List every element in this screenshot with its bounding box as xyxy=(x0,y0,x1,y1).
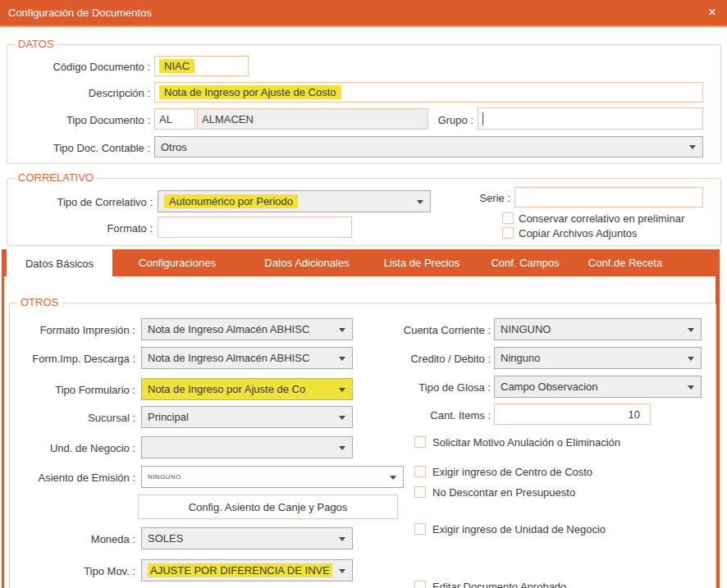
moneda-value: SOLES xyxy=(148,532,183,545)
tipo-formulario-label: Tipo Formulario : xyxy=(4,384,135,396)
form-imp-descarga-dropdown[interactable]: Nota de Ingreso Almacén ABHISC xyxy=(141,347,353,369)
form-imp-descarga-value: Nota de Ingreso Almacén ABHISC xyxy=(148,352,309,364)
asiento-emision-dropdown[interactable]: NINGUNO xyxy=(141,466,404,488)
chevron-down-icon xyxy=(339,569,345,573)
cuenta-corriente-dropdown[interactable]: NINGUNO xyxy=(494,318,702,340)
no-descontar-presupuesto-checkbox[interactable] xyxy=(414,486,426,498)
tipo-mov-value: AJUSTE POR DIFERENCIA DE INVE xyxy=(148,563,332,577)
descripcion-field[interactable]: Nota de Ingreso por Ajuste de Costo xyxy=(154,82,703,103)
chevron-down-icon xyxy=(689,145,696,149)
serie-label: Serie : xyxy=(443,192,510,204)
tipo-doc-contable-dropdown[interactable]: Otros xyxy=(154,136,703,157)
cuenta-corriente-value: NINGUNO xyxy=(501,323,551,335)
tab-datos-adicionales[interactable]: Datos Adicionales xyxy=(249,249,364,276)
tipo-documento-name-value: ALMACEN xyxy=(202,113,254,125)
credito-debito-value: Ninguno xyxy=(501,352,540,364)
und-negocio-label: Und. de Negocio : xyxy=(4,442,135,454)
chevron-down-icon xyxy=(688,357,694,361)
tipo-doc-contable-value: Otros xyxy=(161,141,187,153)
otros-legend: OTROS xyxy=(17,296,62,308)
codigo-documento-label: Código Documento : xyxy=(11,61,150,73)
tipo-documento-label: Tipo Documento : xyxy=(11,114,150,126)
formato-label: Formato : xyxy=(5,222,153,235)
codigo-documento-value: NIAC xyxy=(159,59,194,73)
sucursal-dropdown[interactable]: Principal xyxy=(141,406,353,428)
tab-configuraciones[interactable]: Configuraciones xyxy=(120,249,235,276)
editar-documento-aprobado-checkbox[interactable] xyxy=(414,581,426,588)
formato-field[interactable] xyxy=(158,217,352,238)
copiar-adjuntos-checkbox[interactable] xyxy=(502,227,514,239)
formato-impresion-label: Formato Impresión : xyxy=(4,324,135,336)
chevron-down-icon xyxy=(339,416,345,420)
moneda-label: Moneda : xyxy=(4,533,135,545)
chevron-down-icon xyxy=(339,537,345,541)
sucursal-value: Principal xyxy=(148,411,189,423)
tab-lista-de-precios[interactable]: Lista de Precios xyxy=(364,249,479,276)
close-icon[interactable]: × xyxy=(708,4,716,21)
tipo-documento-code-field[interactable]: AL xyxy=(154,108,195,130)
exigir-centro-costo-checkbox[interactable] xyxy=(414,466,426,477)
formato-impresion-value: Nota de Ingreso Almacén ABHISC xyxy=(148,323,309,335)
tipo-formulario-dropdown[interactable]: Nota de Ingreso por Ajuste de Co xyxy=(141,378,353,400)
title-bar: Configuración de Documentos xyxy=(0,0,727,27)
tipo-formulario-value: Nota de Ingreso por Ajuste de Co xyxy=(148,383,305,395)
credito-debito-dropdown[interactable]: Ninguno xyxy=(494,347,702,369)
chevron-down-icon xyxy=(339,357,345,361)
tab-conf-campos[interactable]: Conf. Campos xyxy=(468,249,583,276)
tipo-correlativo-label: Tipo de Correlativo : xyxy=(5,196,153,208)
conservar-correlativo-label: Conservar correlativo en preliminar xyxy=(519,212,684,225)
tipo-documento-name-field: ALMACEN xyxy=(197,108,428,130)
cuenta-corriente-label: Cuenta Corriente : xyxy=(359,324,491,336)
copiar-adjuntos-label: Copiar Archivos Adjuntos xyxy=(519,227,638,239)
sucursal-label: Sucursal : xyxy=(4,412,135,424)
asiento-emision-label: Asiento de Emisión : xyxy=(4,472,135,484)
cant-items-label: Cant. Items : xyxy=(359,409,491,422)
descripcion-value: Nota de Ingreso por Ajuste de Costo xyxy=(159,85,341,99)
cant-items-value: 10 xyxy=(629,408,640,421)
chevron-down-icon xyxy=(688,328,694,332)
codigo-documento-field[interactable]: NIAC xyxy=(154,56,249,76)
datos-legend: DATOS xyxy=(15,38,57,50)
chevron-down-icon xyxy=(339,328,345,332)
solicitar-motivo-checkbox[interactable] xyxy=(414,436,426,448)
exigir-unidad-negocio-label: Exigir ingreso de Unidad de Negocio xyxy=(432,523,606,536)
chevron-down-icon xyxy=(390,476,396,480)
tipo-glosa-dropdown[interactable]: Campo Observacion xyxy=(494,376,702,398)
editar-documento-aprobado-label: Editar Documento Aprobado xyxy=(432,581,566,588)
tab-conf-de-receta[interactable]: Conf.de Receta xyxy=(568,249,683,276)
und-negocio-dropdown[interactable] xyxy=(141,436,353,458)
correlativo-legend: CORRELATIVO xyxy=(15,171,97,184)
grupo-field[interactable] xyxy=(478,107,703,130)
config-asiento-canje-pagos-button[interactable]: Config. Asiento de Canje y Pagos xyxy=(138,495,398,519)
exigir-unidad-negocio-checkbox[interactable] xyxy=(414,523,426,535)
tipo-doc-contable-label: Tipo Doc. Contable : xyxy=(11,142,150,154)
credito-debito-label: Credito / Debito : xyxy=(359,353,491,365)
asiento-emision-value: NINGUNO xyxy=(148,473,181,481)
serie-field[interactable] xyxy=(514,187,703,207)
chevron-down-icon xyxy=(688,385,694,390)
solicitar-motivo-label: Solicitar Motivo Anulación o Eliminación xyxy=(432,436,620,449)
exigir-centro-costo-label: Exigir ingreso de Centro de Costo xyxy=(432,466,592,478)
dialog-title: Configuración de Documentos xyxy=(0,7,152,19)
chevron-down-icon xyxy=(339,446,345,450)
tipo-mov-label: Tipo Mov. : xyxy=(4,565,135,577)
chevron-down-icon xyxy=(417,200,423,204)
tab-datos-basicos[interactable]: Datos Básicos xyxy=(7,249,112,278)
tipo-glosa-label: Tipo de Glosa : xyxy=(359,381,491,394)
tipo-documento-code-value: AL xyxy=(159,113,172,125)
text-cursor xyxy=(482,112,483,125)
document-config-dialog: Configuración de Documentos × DATOS Códi… xyxy=(0,0,727,588)
moneda-dropdown[interactable]: SOLES xyxy=(141,527,353,549)
tipo-correlativo-value: Autonumérico por Periodo xyxy=(164,194,298,208)
cant-items-field[interactable]: 10 xyxy=(494,403,651,425)
no-descontar-presupuesto-label: No Descontar en Presupuesto xyxy=(432,486,575,499)
formato-impresion-dropdown[interactable]: Nota de Ingreso Almacén ABHISC xyxy=(141,318,353,340)
conservar-correlativo-checkbox[interactable] xyxy=(502,212,514,224)
chevron-down-icon xyxy=(339,388,345,392)
tipo-mov-dropdown[interactable]: AJUSTE POR DIFERENCIA DE INVE xyxy=(141,559,353,581)
tipo-glosa-value: Campo Observacion xyxy=(501,381,598,393)
descripcion-label: Descripción : xyxy=(11,87,150,99)
form-imp-descarga-label: Form.Imp. Descarga : xyxy=(4,353,135,365)
tipo-correlativo-dropdown[interactable]: Autonumérico por Periodo xyxy=(158,190,431,212)
grupo-label: Grupo : xyxy=(396,114,473,126)
